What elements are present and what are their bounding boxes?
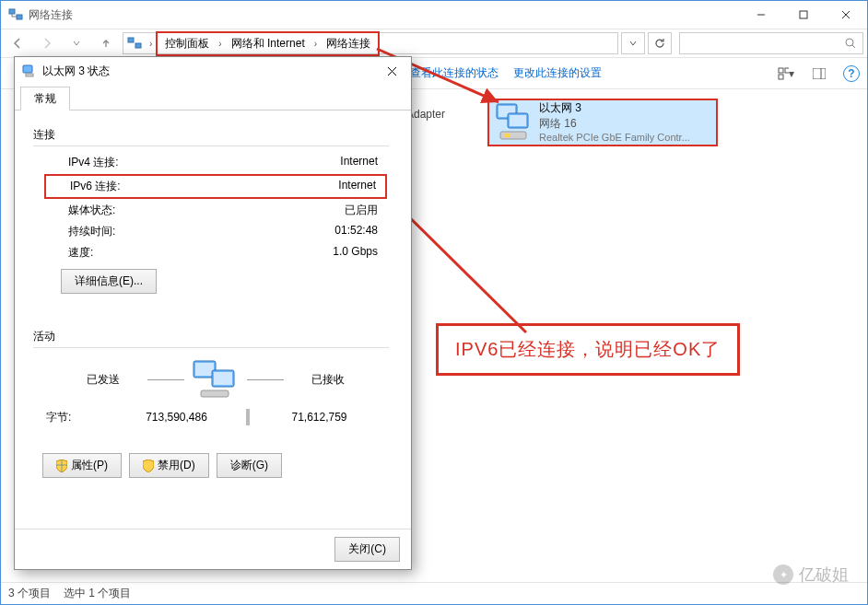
properties-button[interactable]: 属性(P) (42, 453, 122, 478)
svg-rect-1 (17, 15, 22, 19)
section-activity: 活动 (33, 329, 389, 344)
breadcrumb[interactable]: › 控制面板 › 网络和 Internet › 网络连接 (123, 32, 618, 54)
svg-rect-10 (779, 68, 783, 73)
svg-rect-13 (813, 68, 826, 79)
adapter-label-cut: Adapter (406, 108, 445, 121)
adapter-tile-ethernet3[interactable]: 以太网 3 网络 16 Realtek PCIe GbE Family Cont… (487, 99, 718, 146)
svg-rect-26 (195, 363, 214, 376)
dialog-close-footer-button[interactable]: 关闭(C) (334, 537, 400, 562)
svg-rect-22 (26, 74, 33, 76)
shield-icon (56, 460, 67, 472)
breadcrumb-item-0[interactable]: 控制面板 (161, 34, 213, 53)
network-adapter-icon (495, 102, 532, 143)
nav-back-button[interactable] (5, 31, 30, 55)
disable-button[interactable]: 禁用(D) (129, 453, 209, 478)
svg-rect-7 (135, 43, 141, 48)
row-ipv6-highlight: IPv6 连接: Internet (44, 174, 387, 199)
dialog-close-button[interactable] (378, 59, 405, 83)
activity-computers-icon (192, 359, 240, 400)
bytes-row: 字节: 713,590,486 71,612,759 (42, 409, 389, 425)
view-options-icon[interactable]: ▾ (777, 64, 795, 83)
chevron-right-icon: › (311, 39, 321, 49)
wechat-icon: ✦ (773, 564, 793, 585)
preview-pane-icon[interactable] (810, 64, 828, 83)
details-button[interactable]: 详细信息(E)... (61, 269, 157, 294)
bytes-recv: 71,612,759 (250, 411, 389, 424)
adapter-network: 网络 16 (539, 116, 690, 131)
label-recv: 已接收 (291, 372, 365, 388)
divider (33, 347, 389, 348)
nav-up-button[interactable] (93, 31, 119, 55)
svg-rect-0 (9, 9, 15, 14)
help-icon[interactable]: ? (843, 65, 860, 82)
network-app-icon (8, 7, 23, 22)
adapter-device: Realtek PCIe GbE Family Contr... (539, 131, 690, 145)
svg-rect-28 (214, 372, 232, 385)
nav-history-dropdown[interactable] (64, 31, 89, 55)
breadcrumb-item-1[interactable]: 网络和 Internet (228, 34, 309, 53)
svg-rect-3 (800, 11, 807, 18)
nav-forward-button[interactable] (34, 31, 60, 55)
row-duration: 持续时间: 01:52:48 (42, 221, 389, 242)
section-connection: 连接 (33, 127, 389, 143)
watermark-signature: ✦ 亿破姐 (773, 564, 849, 586)
cmd-view-status[interactable]: 查看此连接的状态 (410, 65, 499, 81)
svg-point-8 (846, 39, 853, 46)
label-sent: 已发送 (66, 372, 140, 388)
minimize-button[interactable] (740, 1, 782, 29)
line-icon (147, 379, 184, 380)
statusbar: 3 个项目 选中 1 个项目 (1, 582, 867, 604)
row-media: 媒体状态: 已启用 (42, 200, 389, 221)
svg-rect-6 (128, 38, 134, 42)
nav-row: › 控制面板 › 网络和 Internet › 网络连接 (1, 29, 867, 58)
ethernet-status-dialog: 以太网 3 状态 常规 连接 IPv4 连接: Internet IPv6 连接… (14, 56, 412, 570)
adapter-name: 以太网 3 (539, 100, 690, 115)
svg-line-5 (842, 11, 850, 18)
diagnose-button[interactable]: 诊断(G) (217, 453, 282, 478)
row-speed: 速度: 1.0 Gbps (42, 242, 389, 263)
refresh-button[interactable] (648, 32, 672, 54)
network-path-icon (127, 36, 142, 51)
status-selected: 选中 1 个项目 (64, 586, 131, 601)
chevron-right-icon: › (146, 39, 156, 49)
tab-general[interactable]: 常规 (20, 87, 70, 111)
search-icon (844, 37, 857, 50)
dialog-title: 以太网 3 状态 (42, 64, 378, 79)
close-button[interactable] (825, 1, 867, 29)
svg-rect-11 (785, 68, 789, 73)
bytes-sent: 713,590,486 (107, 411, 246, 424)
line-icon (247, 379, 284, 380)
dialog-icon (22, 64, 37, 78)
svg-rect-20 (504, 134, 510, 137)
search-field[interactable] (680, 37, 839, 50)
svg-rect-18 (510, 115, 526, 126)
bytes-label: 字节: (42, 410, 107, 425)
activity-block: 已发送 已接收 字节: 713,590,486 71,612,759 (42, 359, 389, 425)
svg-rect-12 (779, 75, 783, 79)
breadcrumb-item-2[interactable]: 网络连接 (323, 34, 374, 53)
svg-rect-21 (23, 65, 32, 73)
search-input[interactable] (679, 32, 863, 54)
cmd-change-settings[interactable]: 更改此连接的设置 (513, 65, 602, 81)
svg-rect-29 (201, 390, 229, 397)
breadcrumb-dropdown[interactable] (621, 32, 645, 54)
chevron-right-icon: › (215, 39, 225, 49)
row-ipv4: IPv4 连接: Internet (42, 152, 389, 173)
svg-line-4 (842, 11, 850, 18)
status-item-count: 3 个项目 (8, 586, 51, 601)
shield-icon (143, 460, 154, 472)
titlebar: 网络连接 (1, 1, 867, 29)
window-title: 网络连接 (29, 7, 740, 23)
divider (33, 145, 389, 146)
tabstrip: 常规 (15, 87, 411, 111)
annotation-ipv6-ok: IPV6已经连接，说明已经OK了 (436, 323, 740, 376)
row-ipv6: IPv6 连接: Internet (46, 176, 385, 197)
maximize-button[interactable] (782, 1, 825, 29)
svg-line-9 (852, 45, 855, 48)
